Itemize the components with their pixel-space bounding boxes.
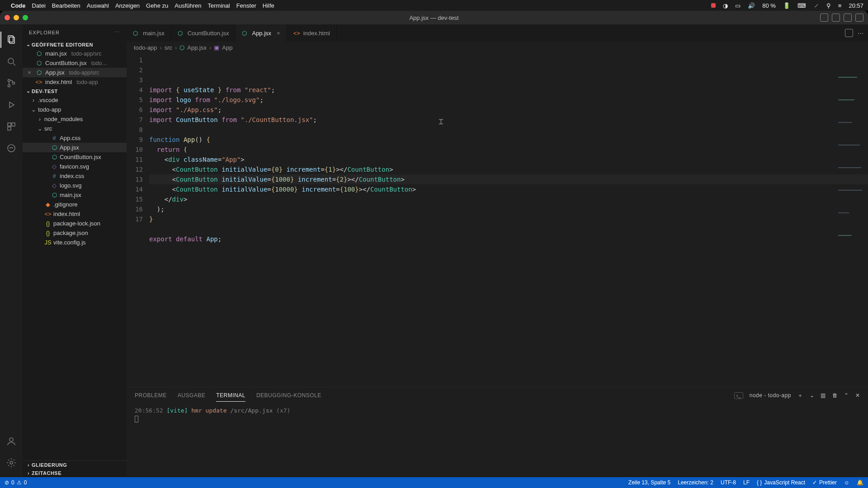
activity-debug[interactable]: [0, 94, 22, 116]
layout-right-icon[interactable]: [844, 14, 852, 22]
code-line[interactable]: <div className="App">: [149, 155, 868, 164]
code-line[interactable]: );: [149, 204, 868, 214]
menu-terminal[interactable]: Terminal: [208, 2, 230, 9]
crumb[interactable]: App: [222, 44, 232, 51]
control-center-icon[interactable]: ≡: [838, 2, 842, 9]
status-bell-icon[interactable]: 🔔: [857, 479, 863, 486]
code-line[interactable]: <CountButton initialValue={10000} increm…: [149, 184, 868, 194]
open-editors-header[interactable]: ⌄ GEÖFFNETE EDITOREN: [23, 40, 127, 49]
menu-datei[interactable]: Datei: [32, 2, 46, 9]
editor-tab[interactable]: ⬡ main.jsx: [127, 24, 171, 42]
panel-tab-terminal[interactable]: TERMINAL: [216, 389, 245, 402]
tree-folder[interactable]: › node_modules: [23, 114, 127, 124]
close-icon[interactable]: ×: [26, 69, 33, 76]
panel-tab-ausgabe[interactable]: AUSGABE: [178, 389, 206, 401]
timeline-header[interactable]: › ZEITACHSE: [23, 469, 127, 477]
project-header[interactable]: ⌄ DEV-TEST: [23, 87, 127, 95]
open-editor-item[interactable]: × ⬡ CountButton.jsx todo…: [23, 58, 127, 68]
activity-account[interactable]: [0, 430, 22, 452]
tree-file[interactable]: ⬡ CountButton.jsx: [23, 152, 127, 162]
panel-tab-probleme[interactable]: PROBLEME: [135, 389, 167, 401]
status-encoding[interactable]: UTF-8: [721, 479, 736, 486]
breadcrumb[interactable]: todo-app› src› ⬡ App.jsx› ▣ App: [127, 42, 868, 53]
terminal[interactable]: 20:56:52 [vite] hmr update /src/App.jsx …: [127, 404, 868, 477]
tree-file[interactable]: {} package.json: [23, 228, 127, 238]
activity-remote[interactable]: [0, 137, 22, 159]
volume-icon[interactable]: 🔊: [748, 2, 755, 9]
status-indent[interactable]: Leerzeichen: 2: [678, 479, 713, 486]
tree-file[interactable]: ◆ .gitignore: [23, 200, 127, 209]
close-icon[interactable]: ×: [277, 30, 280, 37]
keyboard-icon[interactable]: ⌨: [797, 2, 806, 9]
tree-folder[interactable]: › .vscode: [23, 95, 127, 105]
code-line[interactable]: return (: [149, 145, 868, 155]
editor-tab[interactable]: <> index.html: [287, 24, 337, 42]
record-indicator-icon[interactable]: [711, 2, 716, 9]
code-line[interactable]: import { useState } from "react";: [149, 85, 868, 95]
split-editor-icon[interactable]: [845, 29, 853, 37]
code-line[interactable]: import logo from "./logo.svg";: [149, 95, 868, 105]
tree-file[interactable]: # App.css: [23, 133, 127, 143]
status-lang[interactable]: { } JavaScript React: [757, 479, 805, 486]
editor-tab[interactable]: ⬡ App.jsx ×: [236, 24, 287, 42]
terminal-new-icon[interactable]: ＋: [797, 392, 803, 399]
code-line[interactable]: [149, 244, 868, 254]
open-editor-item[interactable]: × ⬡ App.jsx todo-app/src: [23, 68, 127, 77]
code-line[interactable]: function App() {: [149, 135, 868, 145]
wifi-off-icon[interactable]: ⟋: [813, 2, 819, 9]
code-line[interactable]: </div>: [149, 194, 868, 204]
menu-anzeigen[interactable]: Anzeigen: [115, 2, 140, 9]
activity-explorer[interactable]: [0, 29, 22, 51]
layout-bottom-icon[interactable]: [832, 14, 840, 22]
code-area[interactable]: import { useState } from "react";import …: [149, 53, 868, 387]
activity-source-control[interactable]: [0, 72, 22, 94]
tree-file[interactable]: ◇ logo.svg: [23, 181, 127, 190]
status-eol[interactable]: LF: [743, 479, 750, 486]
activity-search[interactable]: [0, 51, 22, 72]
spotlight-icon[interactable]: ⚲: [826, 2, 831, 9]
outline-header[interactable]: › GLIEDERUNG: [23, 461, 127, 469]
terminal-proc-label[interactable]: node - todo-app: [750, 392, 791, 399]
tree-file[interactable]: ⬡ App.jsx: [23, 143, 127, 152]
minimap[interactable]: [838, 56, 865, 70]
panel-tab-debug-console[interactable]: DEBUGGING-KONSOLE: [256, 389, 321, 401]
tree-file[interactable]: {} package-lock.json: [23, 219, 127, 228]
mac-menu-bar[interactable]: Code Datei Bearbeiten Auswahl Anzeigen G…: [0, 0, 868, 11]
code-line[interactable]: import CountButton from "./CountButton.j…: [149, 115, 868, 125]
layout-grid-icon[interactable]: [855, 14, 863, 22]
clock[interactable]: 20:57: [849, 2, 863, 9]
activity-extensions[interactable]: [0, 116, 22, 137]
terminal-split-icon[interactable]: ▥: [821, 392, 826, 399]
battery-text[interactable]: 80 %: [762, 2, 776, 9]
open-editor-item[interactable]: × ⬡ main.jsx todo-app/src: [23, 49, 127, 58]
titlebar[interactable]: App.jsx — dev-test: [0, 11, 868, 24]
status-position[interactable]: Zeile 13, Spalte 5: [628, 479, 670, 486]
tree-file[interactable]: ◇ favicon.svg: [23, 162, 127, 171]
app-name[interactable]: Code: [11, 2, 26, 9]
tree-folder[interactable]: ⌄ todo-app: [23, 105, 127, 114]
crumb[interactable]: App.jsx: [187, 44, 207, 51]
tree-file[interactable]: ⬡ main.jsx: [23, 190, 127, 200]
open-editor-item[interactable]: × <> index.html todo-app: [23, 77, 127, 87]
panel-close-icon[interactable]: ✕: [855, 392, 860, 399]
sidebar-more-icon[interactable]: ⋯: [114, 29, 120, 35]
menu-auswahl[interactable]: Auswahl: [87, 2, 109, 9]
tree-file[interactable]: JS vite.config.js: [23, 238, 127, 247]
crumb[interactable]: src: [165, 44, 172, 51]
status-formatter[interactable]: Prettier: [812, 479, 837, 486]
menu-bearbeiten[interactable]: Bearbeiten: [52, 2, 80, 9]
code-line[interactable]: <CountButton initialValue={0} increment=…: [149, 164, 868, 174]
editor-tab[interactable]: ⬡ CountButton.jsx: [171, 24, 236, 42]
terminal-kill-icon[interactable]: 🗑: [832, 392, 838, 399]
tree-file[interactable]: <> index.html: [23, 209, 127, 219]
status-errors[interactable]: ⊘ 0 ⚠ 0: [5, 479, 27, 486]
layout-left-icon[interactable]: [820, 14, 828, 22]
menu-hilfe[interactable]: Hilfe: [263, 2, 274, 9]
tree-file[interactable]: # index.css: [23, 171, 127, 181]
tab-more-icon[interactable]: ⋯: [858, 30, 863, 37]
battery-icon[interactable]: 🔋: [783, 2, 790, 9]
code-editor[interactable]: 1234567891011121314151617 import { useSt…: [127, 53, 868, 387]
crumb[interactable]: todo-app: [134, 44, 157, 51]
menu-fenster[interactable]: Fenster: [236, 2, 256, 9]
menu-gehe-zu[interactable]: Gehe zu: [146, 2, 168, 9]
